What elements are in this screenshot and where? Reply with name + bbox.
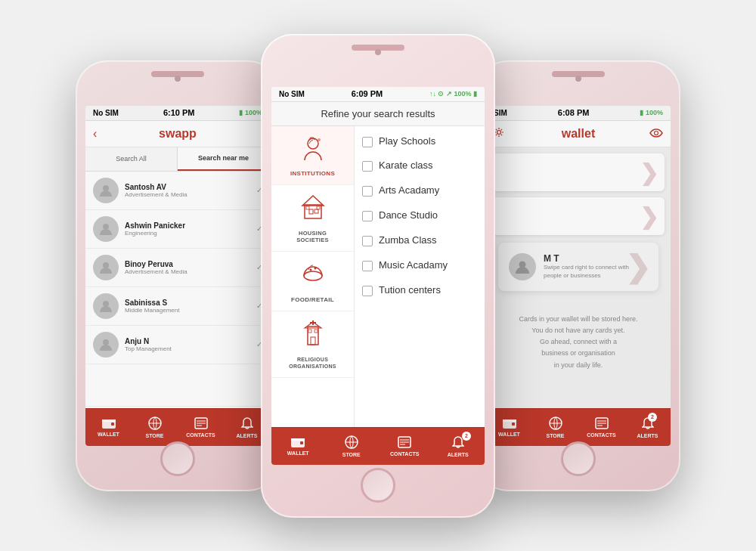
svg-point-22	[309, 269, 311, 271]
contact-role-3: Middle Management	[125, 307, 250, 314]
mt-chevron: ❯	[625, 249, 651, 284]
checkbox-box-5[interactable]	[362, 261, 373, 271]
wallet-icon	[102, 418, 116, 430]
checkbox-box-1[interactable]	[362, 161, 373, 172]
svg-point-39	[497, 131, 501, 135]
battery-right: ▮ 100%	[640, 109, 663, 116]
eye-icon[interactable]	[649, 127, 663, 141]
checkbox-music[interactable]: Music Acadamy	[362, 259, 477, 272]
nav-contacts-right[interactable]: CONTACTS	[578, 409, 624, 446]
checkbox-box-2[interactable]	[362, 186, 373, 197]
category-religious[interactable]: RELIGIOUSORGANISATIONS	[271, 311, 354, 378]
contact-name-3: Sabinissa S	[125, 299, 250, 307]
avatar-1	[93, 216, 119, 242]
store-label-right: STORE	[547, 433, 565, 438]
nav-wallet-left[interactable]: WALLET	[85, 409, 132, 446]
food-label: FOOD/RETAIL	[291, 296, 334, 303]
svg-point-2	[103, 262, 109, 268]
phone-camera-right	[575, 76, 581, 82]
svg-rect-20	[317, 206, 320, 209]
alerts-badge-right: 2	[648, 413, 657, 422]
checkbox-label-4: Zumba Class	[379, 234, 437, 247]
contact-name-1: Ashwin Panicker	[125, 221, 250, 230]
housing-label: HOUSINGSOCIETIES	[296, 230, 329, 243]
checkbox-play-schools[interactable]: Play Schools	[362, 135, 477, 148]
avatar-3	[93, 293, 119, 319]
svg-marker-16	[302, 196, 324, 206]
time-right: 6:08 PM	[558, 108, 590, 117]
status-bar-center: No SIM 6:09 PM ↑↓ ⊙ ↗ 100% ▮	[271, 87, 485, 102]
search-near-tab[interactable]: Search near me	[178, 147, 270, 171]
store-nav-icon	[345, 435, 358, 450]
checkbox-label-0: Play Schools	[379, 135, 435, 148]
wallet-label-right: WALLET	[498, 432, 520, 437]
nav-store-left[interactable]: STORE	[132, 409, 178, 446]
svg-point-23	[314, 268, 316, 270]
svg-rect-19	[306, 206, 309, 209]
phone-home-right[interactable]	[561, 441, 596, 476]
checkbox-label-1: Karate class	[379, 159, 433, 172]
battery-center: ↑↓ ⊙ ↗ 100% ▮	[429, 90, 477, 98]
contacts-nav-icon	[398, 436, 411, 450]
svg-rect-17	[309, 209, 313, 214]
center-header: Refine your search results	[271, 102, 485, 126]
nav-store-center[interactable]: STORE	[325, 428, 379, 465]
checkbox-zumba[interactable]: Zumba Class	[362, 234, 477, 247]
nav-wallet-center[interactable]: WALLET	[271, 428, 325, 465]
bottom-nav-center: WALLET STORE CONTACTS 2	[271, 427, 485, 465]
search-all-tab[interactable]: Search All	[85, 147, 178, 171]
phone-camera-left	[175, 76, 181, 82]
store-nav-label: STORE	[342, 452, 361, 457]
checkbox-arts[interactable]: Arts Acadamy	[362, 184, 477, 197]
checkbox-box-3[interactable]	[362, 211, 373, 221]
nav-contacts-left[interactable]: CONTACTS	[178, 409, 224, 446]
checkbox-box-0[interactable]	[362, 137, 373, 147]
phone-camera-center	[375, 49, 381, 55]
nav-store-right[interactable]: STORE	[532, 409, 578, 446]
contact-row[interactable]: Anju N Top Management ✓	[85, 326, 270, 364]
carrier-left: No SIM	[93, 109, 119, 117]
gear-icon[interactable]	[494, 127, 504, 140]
wallet-header: wallet	[486, 121, 671, 147]
wallet-label-left: WALLET	[98, 432, 119, 437]
back-icon[interactable]: ‹	[93, 127, 97, 141]
mt-avatar	[509, 253, 536, 280]
phone-home-left[interactable]	[160, 441, 195, 476]
nav-contacts-center[interactable]: CONTACTS	[378, 428, 432, 465]
categories-sidebar: INSTITUTIONS	[271, 126, 355, 438]
nav-alerts-right[interactable]: 2 ALERTS	[624, 409, 671, 446]
time-center: 6:09 PM	[352, 89, 383, 98]
svg-rect-30	[314, 330, 318, 333]
bottom-nav-left: WALLET STORE CONTACTS	[85, 408, 270, 446]
empty-text: Cards in your wallet will be stored here…	[519, 315, 637, 369]
institutions-label: INSTITUTIONS	[290, 170, 335, 177]
contact-role-4: Top Management	[125, 345, 250, 352]
phone-home-center[interactable]	[361, 468, 395, 503]
contacts-label-left: CONTACTS	[186, 432, 215, 438]
checkbox-dance[interactable]: Dance Studio	[362, 209, 477, 222]
center-screen: No SIM 6:09 PM ↑↓ ⊙ ↗ 100% ▮ Refine your…	[271, 87, 485, 465]
checkbox-box-6[interactable]	[362, 286, 373, 296]
battery-left: ▮ 100%	[239, 109, 262, 116]
avatar-2	[93, 255, 119, 280]
checkbox-label-2: Arts Acadamy	[379, 184, 439, 197]
svg-point-40	[655, 131, 658, 135]
checkbox-box-4[interactable]	[362, 236, 373, 246]
store-icon-right	[549, 416, 562, 432]
contact-row[interactable]: Binoy Peruva Advertisement & Media ✓	[85, 249, 270, 287]
contact-row[interactable]: Sabinissa S Middle Management ✓	[85, 287, 270, 326]
checkbox-tution[interactable]: Tution centers	[362, 284, 477, 297]
institutions-icon	[275, 134, 350, 168]
category-institutions[interactable]: INSTITUTIONS	[271, 126, 354, 186]
food-icon	[275, 259, 350, 293]
contact-row[interactable]: Santosh AV Advertisement & Media ✓	[85, 172, 270, 210]
housing-icon	[275, 193, 350, 227]
status-bar-right: SIM 6:08 PM ▮ 100%	[486, 106, 671, 121]
category-food[interactable]: FOOD/RETAIL	[271, 252, 354, 311]
contacts-list: Santosh AV Advertisement & Media ✓ Ashwi…	[85, 172, 270, 406]
mt-card[interactable]: M T Swipe card right to connect with peo…	[498, 243, 658, 291]
contact-row[interactable]: Ashwin Panicker Engineering ✓	[85, 210, 270, 249]
checkbox-karate[interactable]: Karate class	[362, 159, 477, 172]
category-housing[interactable]: HOUSINGSOCIETIES	[271, 185, 354, 252]
nav-alerts-center[interactable]: 2 ALERTS	[432, 428, 485, 465]
